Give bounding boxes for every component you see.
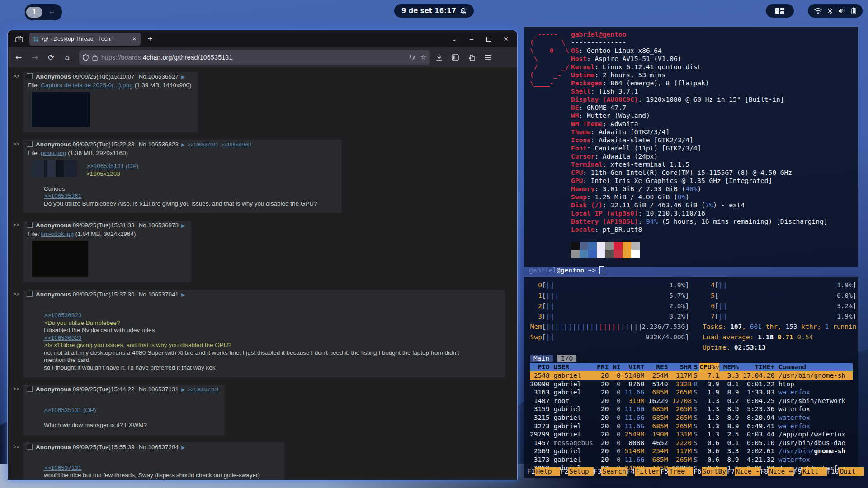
column-header-user[interactable]: USER — [550, 363, 593, 371]
post-checkbox[interactable] — [27, 386, 33, 392]
backlink[interactable]: >>106537284 — [188, 387, 218, 392]
sidebar-icon[interactable] — [448, 51, 462, 64]
home-button[interactable]: ⌂ — [60, 51, 75, 64]
file-link[interactable]: tim-cook.jpg — [41, 230, 74, 237]
column-header-mem[interactable]: MEM% — [719, 363, 739, 371]
post-menu-arrow[interactable]: ▶ — [181, 387, 185, 392]
quote-post-marker[interactable]: >> — [13, 221, 21, 229]
minimize-button[interactable]: – — [465, 33, 478, 45]
quote-post-marker[interactable]: >> — [13, 443, 21, 451]
post-menu-arrow[interactable]: ▶ — [181, 292, 185, 297]
column-header-time+[interactable]: TIME+ — [739, 363, 775, 371]
workspace-indicator[interactable]: 1 + — [25, 4, 62, 20]
lock-icon[interactable] — [92, 54, 98, 61]
post-thumbnail[interactable] — [32, 160, 77, 177]
post-thumbnail[interactable] — [32, 92, 90, 127]
new-tab-button[interactable]: + — [144, 34, 156, 43]
post-number-link[interactable]: No.106536973 — [138, 222, 179, 229]
fkey-f2[interactable]: F2Setup — [560, 467, 593, 476]
fkey-f9[interactable]: F9Kill — [794, 467, 827, 476]
process-row[interactable]: 3215 gabriel20011.6G685M265MS1.38.98:20.… — [530, 413, 853, 422]
fkey-f3[interactable]: F3Search — [594, 467, 627, 476]
column-header-command[interactable]: Command — [774, 363, 853, 371]
post-number-link[interactable]: No.106537041 — [138, 291, 179, 298]
post-menu-arrow[interactable]: ▶ — [181, 445, 185, 450]
htop-tab-main[interactable]: Main — [530, 355, 553, 362]
column-header-shr[interactable]: SHR — [668, 363, 692, 371]
back-button[interactable]: ← — [11, 51, 26, 64]
htop-terminal[interactable]: 0[||1.9%]4[||1.9%]1[|||5.7%]5[0.0%]2[||2… — [524, 277, 858, 478]
tracking-shield-icon[interactable] — [83, 54, 89, 61]
workspace-1-button[interactable]: 1 — [26, 7, 42, 18]
menu-hamburger-icon[interactable] — [481, 51, 495, 64]
text-segment[interactable]: >>106536823 — [44, 334, 81, 341]
process-row[interactable]: 1487 root200319M1622012708S1.30.20:04.25… — [530, 397, 853, 405]
close-window-button[interactable]: ✕ — [499, 33, 513, 45]
column-header-res[interactable]: RES — [644, 363, 668, 371]
process-row[interactable]: 1457 messagebus200808846522220S0.60.10:0… — [530, 439, 853, 447]
fkey-f4[interactable]: F4Filter — [627, 467, 660, 476]
fkey-f8[interactable]: F8Nice + — [760, 467, 794, 476]
extensions-puzzle-icon[interactable] — [464, 51, 479, 64]
bookmark-star-icon[interactable]: ☆ — [420, 54, 426, 61]
file-link[interactable]: Captura de tela de 2025-0(...).png — [41, 82, 132, 89]
post-number-link[interactable]: No.106537284 — [138, 444, 179, 450]
process-row[interactable]: 3173 gabriel20011.6G685M265MS0.68.94:21.… — [530, 455, 853, 464]
browser-tab[interactable]: /g/ - Desktop Thread - Techn ✕ — [29, 33, 141, 46]
text-segment[interactable]: >>106537131 — [44, 465, 81, 471]
clock-menu[interactable]: 9 de set 16:17 — [394, 4, 474, 18]
process-row[interactable]: 2548 gabriel2005148M254M117MS7.13.317:04… — [530, 371, 853, 380]
backlink[interactable]: >>106537561 — [221, 142, 252, 147]
fastfetch-terminal[interactable]: _-----_ ( \ \ 0 \ \ ) / _/ ( _- \____- g… — [524, 27, 858, 267]
post-checkbox[interactable] — [27, 444, 33, 450]
column-header-pid[interactable]: PID — [530, 363, 550, 371]
forward-button[interactable]: → — [28, 51, 42, 64]
downloads-icon[interactable] — [432, 51, 446, 64]
url-bar[interactable]: https://boards.4chan.org/g/thread/106535… — [79, 50, 430, 65]
maximize-button[interactable] — [482, 33, 495, 45]
text-segment[interactable]: >>106535131 (OP) — [44, 407, 96, 413]
process-row[interactable]: 3163 gabriel20011.6G685M265MS1.98.91:33.… — [530, 388, 853, 397]
post-checkbox[interactable] — [27, 141, 33, 147]
quote-post-marker[interactable]: >> — [13, 141, 21, 148]
post-checkbox[interactable] — [27, 73, 33, 79]
process-row[interactable]: 29799 gabriel2002549M190M131MS1.32.50:03… — [530, 430, 853, 439]
fkey-f6[interactable]: F6SortBy — [693, 467, 727, 476]
post-menu-arrow[interactable]: ▶ — [181, 74, 185, 80]
quote-post-marker[interactable]: >> — [13, 291, 21, 298]
post-number-link[interactable]: No.106536823 — [138, 141, 179, 148]
column-header-ni[interactable]: NI — [609, 363, 621, 371]
htop-tab-i/o[interactable]: I/O — [557, 355, 576, 362]
file-link[interactable]: poop.png — [41, 150, 66, 156]
process-row[interactable]: 30090 gabriel200876051403328R3.90.10:01.… — [530, 380, 853, 389]
post-number-link[interactable]: No.106536527 — [138, 73, 179, 80]
process-table-header[interactable]: PID USERPRINIVIRTRESSHRSCPU%▽MEM%TIME+ C… — [530, 363, 853, 371]
tab-close-icon[interactable]: ✕ — [131, 35, 138, 42]
post-menu-arrow[interactable]: ▶ — [181, 223, 185, 228]
list-all-tabs-button[interactable]: ⌄ — [448, 33, 461, 45]
process-row[interactable]: 2569 gabriel2005148M254M117MS0.63.32:02.… — [530, 447, 853, 455]
quote-post-marker[interactable]: >> — [13, 385, 21, 393]
url-text[interactable]: https://boards.4chan.org/g/thread/106535… — [101, 54, 406, 61]
fkey-f5[interactable]: F5Tree — [660, 467, 693, 476]
quote-post-marker[interactable]: >> — [13, 73, 21, 80]
process-row[interactable]: 3273 gabriel20011.6G685M265MS1.38.96:49.… — [530, 422, 853, 431]
post-menu-arrow[interactable]: ▶ — [181, 142, 185, 147]
reload-button[interactable]: ⟳ — [44, 51, 58, 64]
column-header-cpu[interactable]: CPU%▽ — [699, 363, 719, 371]
backlink[interactable]: >>106537041 — [188, 142, 218, 147]
column-header-virt[interactable]: VIRT — [621, 363, 644, 371]
tiling-assistant-menu[interactable] — [766, 4, 794, 18]
process-row[interactable]: 3159 gabriel20011.6G685M265MS1.38.95:23.… — [530, 405, 853, 413]
post-checkbox[interactable] — [27, 291, 33, 297]
firefox-view-icon[interactable] — [12, 33, 26, 45]
post-number-link[interactable]: No.106537131 — [138, 386, 179, 393]
post-thumbnail[interactable] — [32, 241, 88, 277]
translate-icon[interactable]: x̂A — [409, 54, 417, 61]
system-status-menu[interactable] — [808, 4, 863, 18]
text-segment[interactable]: >>106536823 — [44, 312, 81, 319]
column-header-pri[interactable]: PRI — [593, 363, 609, 371]
new-workspace-button[interactable]: + — [43, 7, 61, 18]
fkey-f7[interactable]: F7Nice - — [727, 467, 760, 476]
fkey-f1[interactable]: F1Help — [527, 467, 560, 476]
